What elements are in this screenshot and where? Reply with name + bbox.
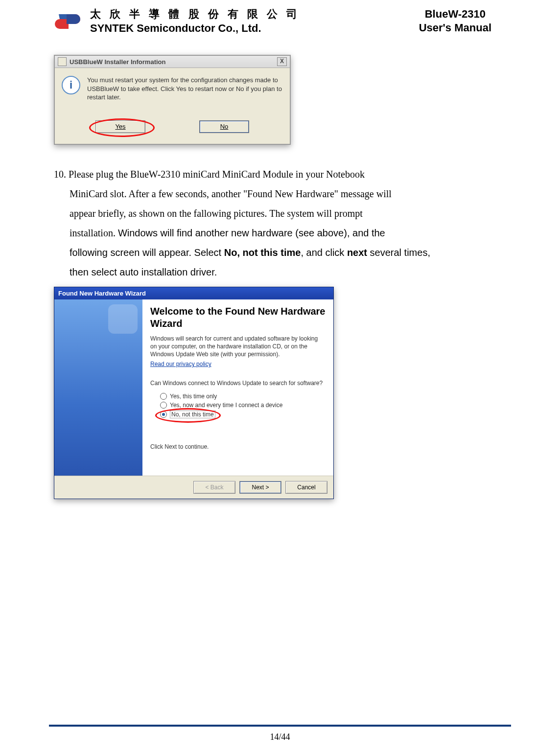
radio-icon [160, 393, 167, 400]
radio-icon [160, 402, 167, 409]
company-name-cn: 太 欣 半 導 體 股 份 有 限 公 司 [90, 7, 300, 22]
wizard-paragraph-2: Can Windows connect to Windows Update to… [150, 379, 326, 387]
step-line6: then select auto installation driver. [54, 262, 506, 282]
page-header: 太 欣 半 導 體 股 份 有 限 公 司 SYNTEK Semiconduct… [54, 5, 506, 35]
step-line3: appear briefly, as shown on the fallowin… [54, 204, 506, 223]
step-line5a: following screen will appear. Select [70, 247, 224, 258]
privacy-policy-link[interactable]: Read our privacy policy [150, 361, 211, 367]
step-line1: Please plug the BlueW-2310 miniCard Mini… [69, 169, 365, 180]
step-line5d: next [347, 247, 367, 258]
yes-button[interactable]: Yes [95, 120, 145, 133]
header-left: 太 欣 半 導 體 股 份 有 限 公 司 SYNTEK Semiconduct… [54, 7, 300, 35]
step-line5c: , and click [301, 247, 347, 258]
step-prefix: 10. [54, 169, 69, 180]
yes-button-label: Yes [115, 123, 125, 130]
installer-info-dialog: USBBlueW Installer Information X i You m… [54, 55, 291, 145]
step-line4a: installation. [70, 228, 118, 238]
company-name-en: SYNTEK Semiconductor Co., Ltd. [90, 22, 300, 36]
wizard-heading: Welcome to the Found New Hardware Wizard [150, 305, 326, 330]
doc-title-line1: BlueW-2310 [419, 7, 491, 21]
back-button[interactable]: < Back [193, 481, 235, 494]
page-number: 14/44 [0, 732, 560, 742]
wizard-continue-text: Click Next to continue. [150, 443, 326, 451]
no-button-label: No [220, 123, 229, 130]
no-button[interactable]: No [199, 120, 249, 133]
dialog1-message: You must restart your system for the con… [87, 76, 283, 102]
company-logo-icon [54, 11, 81, 32]
radio-option-no[interactable]: No, not this time [160, 411, 326, 418]
radio-label-1: Yes, this time only [170, 393, 217, 400]
dialog1-title-text: USBBlueW Installer Information [70, 58, 165, 66]
radio-option-yes-once[interactable]: Yes, this time only [160, 393, 326, 400]
info-icon: i [62, 76, 80, 94]
wizard-sidebar-graphic [54, 299, 142, 476]
step-line5b: No, not this time [224, 247, 301, 258]
close-button[interactable]: X [277, 57, 287, 66]
step-line4b: Windows will find another new hardware (… [118, 228, 385, 238]
dialog2-titlebar: Found New Hardware Wizard [54, 287, 333, 299]
footer-rule [49, 725, 511, 727]
step-10-paragraph: 10. Please plug the BlueW-2310 miniCard … [54, 164, 506, 282]
dialog1-titlebar: USBBlueW Installer Information X [55, 56, 290, 68]
doc-title: BlueW-2310 User's Manual [419, 7, 506, 34]
doc-title-line2: User's Manual [419, 21, 491, 35]
next-button[interactable]: Next > [239, 481, 281, 494]
step-line2: MiniCard slot. After a few seconds, anot… [54, 184, 506, 204]
radio-label-3: No, not this time [170, 411, 215, 418]
radio-icon-selected [160, 411, 167, 418]
installer-icon [58, 57, 67, 66]
cancel-button[interactable]: Cancel [285, 481, 327, 494]
found-new-hardware-dialog: Found New Hardware Wizard Welcome to the… [54, 287, 334, 499]
wizard-paragraph-1: Windows will search for current and upda… [150, 335, 326, 359]
radio-option-yes-always[interactable]: Yes, now and every time I connect a devi… [160, 402, 326, 409]
radio-label-2: Yes, now and every time I connect a devi… [170, 402, 282, 409]
step-line5e: several times, [367, 247, 430, 258]
